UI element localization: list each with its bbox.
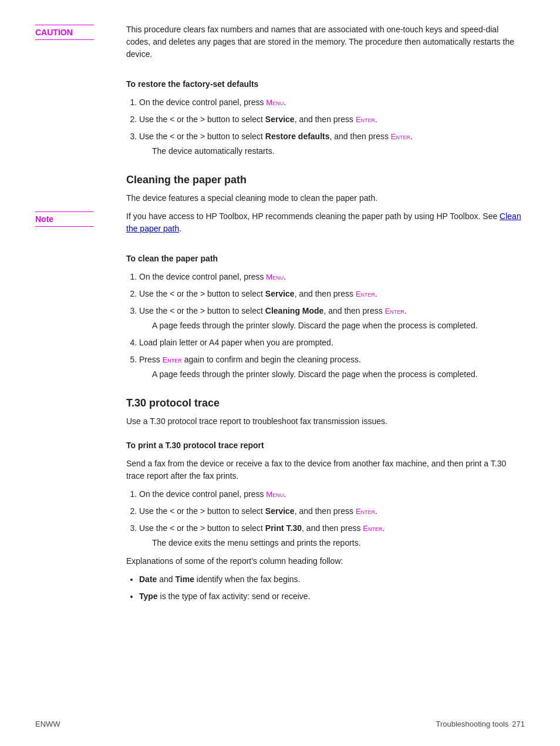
restore-step3-before: Use the < or the > button to select Rest… xyxy=(139,132,391,141)
t30-step1-after: . xyxy=(284,489,286,499)
note-label: Note xyxy=(35,211,94,227)
restore-section: To restore the factory-set defaults On t… xyxy=(35,78,525,157)
caution-content: This procedure clears fax numbers and na… xyxy=(126,23,525,66)
note-text-before: If you have access to HP Toolbox, HP rec… xyxy=(126,211,500,221)
restore-step3-keyword: Enter xyxy=(391,132,410,141)
t30-bullet2-after: is the type of fax activity: send or rec… xyxy=(158,592,311,601)
note-text: If you have access to HP Toolbox, HP rec… xyxy=(126,210,525,235)
clean-step5-mid: again to confirm and begin the cleaning … xyxy=(182,355,361,364)
t30-bullet-2: Type is the type of fax activity: send o… xyxy=(139,590,525,603)
t30-step2-after: . xyxy=(375,506,377,516)
t30-step2-keyword: Enter xyxy=(356,507,375,516)
clean-steps-list: On the device control panel, press Menu.… xyxy=(126,271,525,381)
clean-step2-keyword: Enter xyxy=(356,290,375,298)
t30-bullet1-mid: and xyxy=(157,574,175,584)
caution-row: CAUTION This procedure clears fax number… xyxy=(35,23,525,66)
cleaning-section: Cleaning the paper path The device featu… xyxy=(35,174,525,204)
t30-steps-list: On the device control panel, press Menu.… xyxy=(126,488,525,549)
restore-step1-keyword: Menu xyxy=(266,98,284,107)
clean-step-2: Use the < or the > button to select Serv… xyxy=(139,288,525,300)
clean-steps-section: To clean the paper path On the device co… xyxy=(35,253,525,381)
t30-step3-before: Use the < or the > button to select Prin… xyxy=(139,523,363,533)
clean-step-1: On the device control panel, press Menu. xyxy=(139,271,525,283)
clean-step3-keyword: Enter xyxy=(385,307,404,315)
restore-step-1: On the device control panel, press Menu. xyxy=(139,96,525,109)
footer-page-number: 271 xyxy=(512,720,525,728)
clean-step2-after: . xyxy=(375,289,377,298)
note-content: If you have access to HP Toolbox, HP rec… xyxy=(126,210,525,241)
clean-step1-before: On the device control panel, press xyxy=(139,272,266,281)
restore-heading: To restore the factory-set defaults xyxy=(126,78,525,90)
restore-steps-list: On the device control panel, press Menu.… xyxy=(126,96,525,157)
t30-step-1: On the device control panel, press Menu. xyxy=(139,488,525,500)
t30-bullet1-bold2: Time xyxy=(176,574,194,584)
clean-step2-before: Use the < or the > button to select Serv… xyxy=(139,289,356,298)
footer-right: Troubleshooting tools 271 xyxy=(436,720,525,728)
t30-bullet-1: Date and Time identify when the fax begi… xyxy=(139,573,525,586)
restore-step2-after: . xyxy=(375,115,377,124)
clean-step3-before: Use the < or the > button to select Clea… xyxy=(139,306,385,315)
cleaning-intro: The device features a special cleaning m… xyxy=(126,192,525,204)
restore-step3-after: . xyxy=(410,132,413,141)
footer-section-label: Troubleshooting tools xyxy=(436,720,508,728)
restore-step1-text-after: . xyxy=(284,98,286,107)
t30-bullet1-bold1: Date xyxy=(139,574,157,584)
footer-left: ENWW xyxy=(35,720,60,728)
t30-intro: Use a T.30 protocol trace report to trou… xyxy=(126,415,525,428)
note-text-after: . xyxy=(179,224,181,233)
t30-bullets-list: Date and Time identify when the fax begi… xyxy=(126,573,525,603)
restore-step2-before: Use the < or the > button to select Serv… xyxy=(139,115,356,124)
note-label-col: Note xyxy=(35,210,126,241)
clean-step1-after: . xyxy=(284,272,286,281)
clean-step5-before: Press xyxy=(139,355,163,364)
caution-label: CAUTION xyxy=(35,25,94,40)
t30-step1-before: On the device control panel, press xyxy=(139,489,266,499)
t30-sub-intro: Send a fax from the device or receive a … xyxy=(126,458,525,482)
cleaning-heading: Cleaning the paper path xyxy=(126,174,525,186)
t30-bullet2-bold: Type xyxy=(139,592,158,601)
clean-step1-keyword: Menu xyxy=(266,273,284,281)
page-footer: ENWW Troubleshooting tools 271 xyxy=(35,720,525,728)
restore-step-3: Use the < or the > button to select Rest… xyxy=(139,130,525,157)
t30-step3-after: . xyxy=(383,523,385,533)
restore-step2-keyword: Enter xyxy=(356,115,375,124)
restore-step1-text-before: On the device control panel, press xyxy=(139,98,266,107)
clean-step3-after: . xyxy=(404,306,407,315)
restore-step3-note: The device automatically restarts. xyxy=(139,145,525,157)
t30-step3-keyword: Enter xyxy=(363,524,382,533)
clean-step-5: Press Enter again to confirm and begin t… xyxy=(139,354,525,381)
clean-step-4: Load plain letter or A4 paper when you a… xyxy=(139,337,525,349)
t30-heading: T.30 protocol trace xyxy=(126,397,525,409)
t30-bullets-intro: Explanations of some of the report’s col… xyxy=(126,555,525,567)
clean-step5-keyword: Enter xyxy=(163,355,182,364)
note-row: Note If you have access to HP Toolbox, H… xyxy=(35,210,525,241)
clean-step4-text: Load plain letter or A4 paper when you a… xyxy=(139,338,333,347)
caution-text: This procedure clears fax numbers and na… xyxy=(126,23,525,61)
t30-step3-note: The device exits the menu settings and p… xyxy=(139,537,525,549)
t30-step-3: Use the < or the > button to select Prin… xyxy=(139,522,525,549)
t30-bullet1-after: identify when the fax begins. xyxy=(194,574,301,584)
caution-label-col: CAUTION xyxy=(35,23,126,66)
clean-step-3: Use the < or the > button to select Clea… xyxy=(139,305,525,332)
t30-step2-before: Use the < or the > button to select Serv… xyxy=(139,506,356,516)
clean-sub-heading: To clean the paper path xyxy=(126,253,525,265)
t30-section: T.30 protocol trace Use a T.30 protocol … xyxy=(35,397,525,603)
t30-step1-keyword: Menu xyxy=(266,490,284,499)
t30-step-2: Use the < or the > button to select Serv… xyxy=(139,505,525,518)
clean-step3-note: A page feeds through the printer slowly.… xyxy=(139,320,525,332)
t30-sub-heading: To print a T.30 protocol trace report xyxy=(126,439,525,452)
restore-step-2: Use the < or the > button to select Serv… xyxy=(139,113,525,126)
clean-step5-note: A page feeds through the printer slowly.… xyxy=(139,368,525,381)
